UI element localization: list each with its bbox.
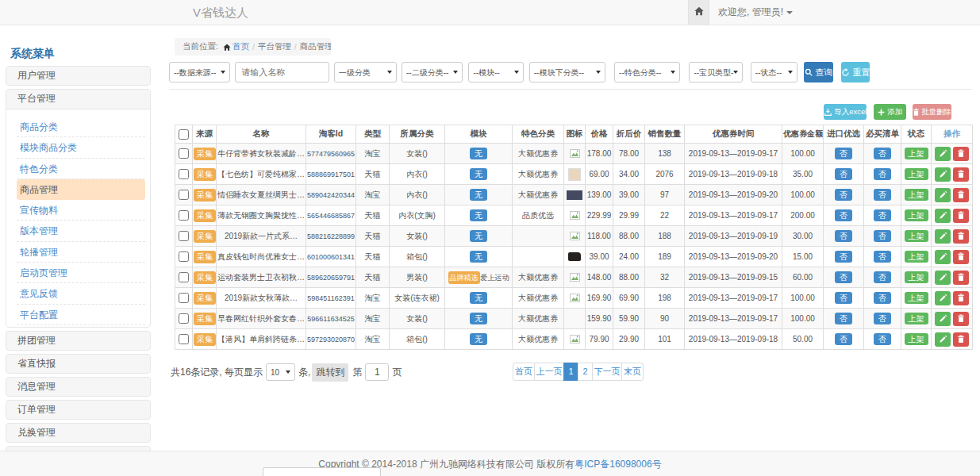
module-subcategory-select[interactable]: --模块下分类-- <box>529 62 605 83</box>
import-toggle[interactable]: 否 <box>835 271 852 283</box>
import-toggle[interactable]: 否 <box>835 148 852 159</box>
pager-first[interactable]: 首页 <box>513 363 535 381</box>
row-checkbox[interactable] <box>179 169 189 179</box>
select-all-checkbox[interactable] <box>179 129 189 140</box>
row-checkbox[interactable] <box>179 251 189 262</box>
row-checkbox[interactable] <box>179 190 189 200</box>
sidebar-group-users[interactable]: 用户管理 <box>6 66 151 86</box>
breadcrumb-level1[interactable]: 平台管理 <box>258 41 291 52</box>
delete-button[interactable] <box>953 250 969 264</box>
sidebar-group-exchange[interactable]: 兑换管理 <box>6 423 151 443</box>
page-size-select[interactable]: 10 <box>266 363 295 381</box>
delete-button[interactable] <box>953 312 969 326</box>
sidebar-group-order[interactable]: 订单管理 <box>6 400 151 420</box>
import-toggle[interactable]: 否 <box>835 230 852 242</box>
import-toggle[interactable]: 否 <box>835 209 852 221</box>
edit-button[interactable] <box>935 209 951 223</box>
sidebar-item-splash-management[interactable]: 启动页管理 <box>17 263 145 283</box>
row-checkbox[interactable] <box>179 293 189 303</box>
add-button[interactable]: 添加 <box>874 104 906 120</box>
sidebar-item-version-management[interactable]: 版本管理 <box>17 221 145 241</box>
sidebar-group-platform-header[interactable]: 平台管理 <box>6 90 150 109</box>
delete-button[interactable] <box>953 209 969 223</box>
pager-last[interactable]: 末页 <box>621 363 644 381</box>
import-toggle[interactable]: 否 <box>835 313 852 324</box>
status-badge[interactable]: 上架 <box>905 271 928 283</box>
status-badge[interactable]: 上架 <box>905 209 928 221</box>
import-toggle[interactable]: 否 <box>835 292 852 304</box>
import-toggle[interactable]: 否 <box>835 168 852 180</box>
must-buy-toggle[interactable]: 否 <box>874 230 891 242</box>
must-buy-toggle[interactable]: 否 <box>874 251 891 263</box>
delete-button[interactable] <box>953 271 969 285</box>
sidebar-item-carousel-management[interactable]: 轮播管理 <box>17 242 145 263</box>
row-checkbox[interactable] <box>179 210 189 221</box>
edit-button[interactable] <box>935 188 951 202</box>
sidebar-group-message[interactable]: 消息管理 <box>6 377 151 397</box>
edit-button[interactable] <box>935 167 951 182</box>
edit-button[interactable] <box>935 147 951 161</box>
edit-button[interactable] <box>935 291 951 305</box>
sidebar-item-feature-category[interactable]: 特色分类 <box>17 159 145 179</box>
pager-prev[interactable]: 上一页 <box>534 363 564 381</box>
import-toggle[interactable]: 否 <box>835 251 852 263</box>
status-badge[interactable]: 上架 <box>905 333 928 345</box>
status-badge[interactable]: 上架 <box>905 251 928 263</box>
batch-delete-button[interactable]: 批量删除 <box>913 104 951 120</box>
delete-button[interactable] <box>953 147 969 161</box>
status-badge[interactable]: 上架 <box>905 189 928 201</box>
status-badge[interactable]: 上架 <box>905 230 928 242</box>
delete-button[interactable] <box>953 229 969 244</box>
sidebar-item-platform-config[interactable]: 平台配置 <box>17 305 145 325</box>
status-badge[interactable]: 上架 <box>905 148 928 159</box>
data-source-select[interactable]: --数据来源-- <box>169 62 230 83</box>
import-excel-button[interactable]: 导入excel <box>824 104 867 120</box>
row-checkbox[interactable] <box>179 272 189 282</box>
import-toggle[interactable]: 否 <box>835 333 852 345</box>
feature-category-select[interactable]: --特色分类-- <box>614 62 680 83</box>
reset-button[interactable]: 重置 <box>841 62 870 83</box>
must-buy-toggle[interactable]: 否 <box>874 189 891 201</box>
delete-button[interactable] <box>953 188 969 202</box>
row-checkbox[interactable] <box>179 148 189 159</box>
pager-page-1[interactable]: 1 <box>563 363 578 381</box>
breadcrumb-home-link[interactable]: 首页 <box>233 41 249 52</box>
row-checkbox[interactable] <box>179 313 189 324</box>
must-buy-toggle[interactable]: 否 <box>874 168 891 180</box>
must-buy-toggle[interactable]: 否 <box>874 313 891 324</box>
sidebar-item-promo-material[interactable]: 宣传物料 <box>17 200 145 221</box>
edit-button[interactable] <box>935 271 951 285</box>
must-buy-toggle[interactable]: 否 <box>874 333 891 345</box>
sidebar-group-express[interactable]: 省直快报 <box>6 354 151 374</box>
delete-button[interactable] <box>953 291 969 305</box>
sidebar-item-goods-category[interactable]: 商品分类 <box>17 117 145 137</box>
edit-button[interactable] <box>935 312 951 326</box>
sidebar-item-goods-management[interactable]: 商品管理 <box>17 179 145 200</box>
user-menu[interactable]: 欢迎您, 管理员! <box>718 0 793 25</box>
row-checkbox[interactable] <box>179 334 189 344</box>
status-badge[interactable]: 上架 <box>905 313 928 324</box>
level1-category-select[interactable]: 一级分类 <box>334 62 397 83</box>
edit-button[interactable] <box>935 229 951 244</box>
status-badge[interactable]: 上架 <box>905 168 928 180</box>
sidebar-group-groupbuy[interactable]: 拼团管理 <box>6 331 151 351</box>
must-buy-toggle[interactable]: 否 <box>874 292 891 304</box>
sidebar-item-module-goods-category[interactable]: 模块商品分类 <box>17 137 145 158</box>
pager-page-2[interactable]: 2 <box>578 363 593 381</box>
icp-link[interactable]: 粤ICP备16098006号 <box>575 459 661 470</box>
row-checkbox[interactable] <box>179 231 189 241</box>
level2-category-select[interactable]: --二级分类-- <box>402 62 463 83</box>
edit-button[interactable] <box>935 332 951 347</box>
must-buy-toggle[interactable]: 否 <box>874 209 891 221</box>
import-toggle[interactable]: 否 <box>835 189 852 201</box>
sidebar-item-feedback[interactable]: 意见反馈 <box>17 283 145 304</box>
status-badge[interactable]: 上架 <box>905 292 928 304</box>
name-search-input[interactable] <box>235 62 329 83</box>
navbar-home-button[interactable] <box>688 0 709 25</box>
status-select[interactable]: --状态-- <box>751 62 797 83</box>
must-buy-toggle[interactable]: 否 <box>874 271 891 283</box>
delete-button[interactable] <box>953 167 969 182</box>
delete-button[interactable] <box>953 332 969 347</box>
item-type-select[interactable]: --宝贝类型-- <box>689 62 743 83</box>
module-select[interactable]: --模块-- <box>468 62 524 83</box>
